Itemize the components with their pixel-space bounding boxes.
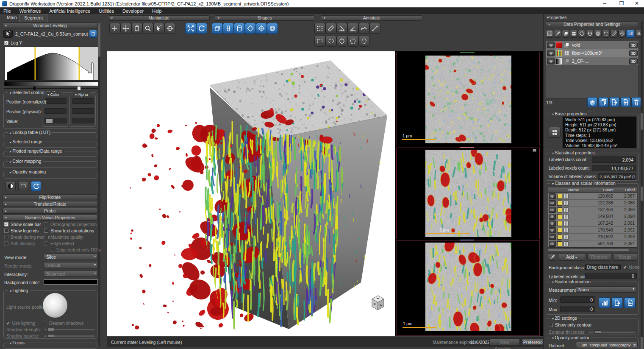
filter-multiroi-icon[interactable]: [570, 30, 577, 38]
class-eye-icon[interactable]: [549, 214, 556, 220]
panel-resize-handle[interactable]: ····: [589, 109, 599, 111]
annotate-points-button[interactable]: [314, 23, 325, 34]
show-only-contour-checkbox[interactable]: Show only contour: [549, 322, 591, 327]
visibility-eye-icon[interactable]: [547, 50, 555, 56]
flip-rotate-bar[interactable]: ▸Flip/Rotate: [3, 194, 97, 200]
region-select-button[interactable]: [18, 181, 28, 191]
scalar-export-button[interactable]: [611, 297, 623, 308]
opacity-dataset-select[interactable]: ...um_computed_tomography_130MB: [576, 342, 638, 348]
list-item-void[interactable]: void 3D: [546, 41, 638, 49]
3d-toggle-button[interactable]: 3D: [629, 58, 638, 64]
slice-view-middle[interactable]: 1 μm: [396, 148, 540, 239]
opacity-mapping-group[interactable]: Opacity mapping: [3, 172, 97, 179]
log-y-checkbox[interactable]: ✓Log Y: [4, 40, 22, 45]
class-row[interactable]: 584,7682,094: [548, 240, 637, 247]
edge-detect-only-rois-checkbox[interactable]: Edge detect only ROIs: [50, 247, 101, 252]
leveling-slider-track[interactable]: [4, 88, 98, 89]
show-3d-button[interactable]: [587, 97, 597, 107]
orthographic-projection-checkbox[interactable]: Orthographic projection: [44, 222, 97, 227]
shape-sphere-button[interactable]: [267, 23, 278, 34]
annotate-path-button[interactable]: [358, 23, 369, 34]
reset-leveling-button[interactable]: [31, 181, 41, 191]
slice-view-top[interactable]: 1 μm: [396, 52, 540, 146]
invert-contrast-button[interactable]: [6, 181, 16, 191]
right-panel-scrollbar[interactable]: [641, 21, 643, 347]
3d-viewport[interactable]: [107, 51, 395, 336]
group-manipulate[interactable]: ▾Manipulate: [108, 15, 210, 21]
class-color-swatch[interactable]: [557, 194, 562, 199]
annotate-polygon-button[interactable]: [347, 36, 358, 47]
left-panel-scrollbar[interactable]: [98, 22, 100, 347]
import-button[interactable]: [620, 97, 630, 107]
target-tool-button[interactable]: [164, 23, 175, 34]
alpha-value-field[interactable]: [72, 118, 94, 123]
color-mapping-group[interactable]: Color mapping: [3, 161, 97, 168]
visibility-eye-icon[interactable]: [547, 58, 555, 64]
list-item-fiber[interactable]: fiber-<100um3* 3D: [546, 49, 638, 57]
export-button[interactable]: [609, 97, 619, 107]
menu-file[interactable]: File: [3, 8, 11, 14]
filter-image-icon[interactable]: [602, 30, 610, 38]
tab-segment[interactable]: Segment: [19, 14, 47, 22]
show-text-annotations-checkbox[interactable]: Show text annotations: [44, 228, 94, 233]
close-button[interactable]: ✕: [630, 0, 643, 7]
histogram[interactable]: [4, 47, 98, 81]
minimize-button[interactable]: –: [598, 0, 611, 7]
color-value-field[interactable]: [44, 118, 67, 123]
delete-button[interactable]: [631, 97, 641, 107]
class-color-swatch[interactable]: [557, 214, 562, 219]
class-color-swatch[interactable]: [557, 228, 562, 233]
shadow-opacity-slider[interactable]: [44, 335, 95, 337]
lut-gradient-bar[interactable]: [4, 81, 98, 86]
measurement-select[interactable]: None: [576, 286, 636, 293]
show-legends-checkbox[interactable]: Show legends: [4, 228, 39, 233]
selected-range-group[interactable]: Selected range: [3, 142, 97, 148]
scene-views-properties-bar[interactable]: ▾Scene's Views Properties: [3, 215, 97, 221]
background-color-swatch[interactable]: [44, 279, 98, 285]
add-class-button[interactable]: Add ▾: [558, 253, 585, 261]
view-mode-select[interactable]: Slice: [44, 254, 98, 260]
fiber-color-swatch[interactable]: [556, 50, 562, 56]
crosshair-tool-button[interactable]: [109, 23, 120, 34]
group-shapes[interactable]: ▾Shapes: [215, 15, 314, 21]
dataset-name[interactable]: 2_CF-PA12_x2_Cu_0.53um_computed_tomo...: [15, 31, 88, 36]
list-item-dataset[interactable]: 2_CF-... 3D: [546, 57, 638, 65]
menu-workflows[interactable]: Workflows: [19, 8, 41, 14]
alpha-pos-phys-field[interactable]: [72, 108, 94, 114]
scalar-import-button[interactable]: [624, 297, 636, 308]
remove-class-button[interactable]: Remove: [587, 253, 611, 261]
class-row[interactable]: 122,2882,088: [548, 200, 637, 207]
class-color-swatch[interactable]: [557, 241, 562, 246]
annotate-angle2-button[interactable]: [347, 23, 358, 34]
shape-capsule-button[interactable]: [223, 23, 234, 34]
filter-graph-icon[interactable]: [618, 30, 626, 38]
anti-aliasing-checkbox[interactable]: Anti-aliasing: [4, 241, 35, 246]
slice-view-badge-icon[interactable]: [533, 149, 536, 152]
translate-rotate-bar[interactable]: ▸Translate/Rotate: [3, 201, 97, 207]
void-color-swatch[interactable]: [556, 42, 562, 48]
merge-class-button[interactable]: Merge: [613, 253, 637, 261]
class-row[interactable]: 167,2422,091: [548, 220, 637, 227]
shape-diamond-button[interactable]: [245, 23, 256, 34]
background-none-checkbox[interactable]: ✔None: [623, 265, 640, 270]
dataset-lut-swatch[interactable]: [556, 58, 562, 64]
pan-tool-button[interactable]: [120, 23, 131, 34]
duplicate-button[interactable]: [598, 97, 608, 107]
contour-thickness-slider[interactable]: [588, 332, 635, 333]
annotate-ruler-button[interactable]: [325, 23, 336, 34]
deepen-shadows-checkbox[interactable]: Deepen shadows: [43, 321, 83, 326]
menu-developer[interactable]: Developer: [122, 8, 144, 14]
class-color-swatch[interactable]: [557, 235, 562, 240]
filter-roi-icon[interactable]: [562, 30, 569, 38]
interactivity-select[interactable]: Balanced: [44, 271, 98, 277]
annotate-circle-button[interactable]: [336, 36, 347, 47]
class-eye-icon[interactable]: [549, 193, 556, 199]
annotate-ellipse-button[interactable]: [325, 36, 336, 47]
new-session-button[interactable]: New Session...: [489, 338, 520, 346]
scalar-histogram-button[interactable]: [599, 297, 610, 308]
slice-view-bottom[interactable]: 1 μm: [396, 240, 540, 336]
dataset-picker-button[interactable]: [3, 30, 13, 38]
probe-bar[interactable]: ▸Probe: [3, 208, 97, 214]
class-eye-icon[interactable]: [549, 221, 556, 226]
light-source-sphere[interactable]: [43, 293, 67, 318]
